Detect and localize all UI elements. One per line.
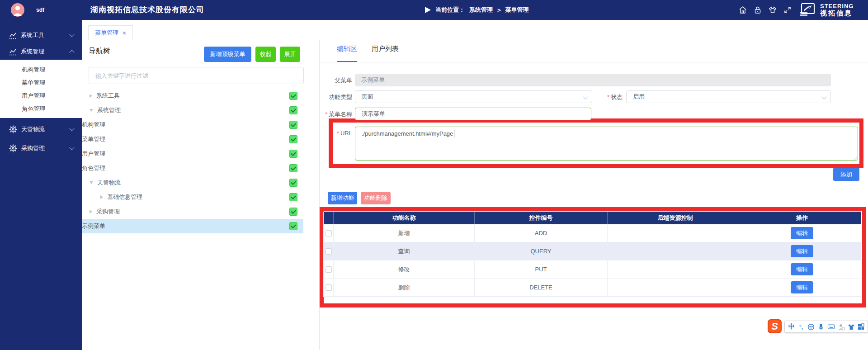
caret-down-icon[interactable] xyxy=(90,181,93,184)
required-asterisk: * xyxy=(607,94,609,100)
caret-down-icon[interactable] xyxy=(90,109,93,112)
account-icon[interactable] xyxy=(838,323,845,331)
skin-shirt-icon[interactable] xyxy=(848,323,855,331)
tree-item[interactable]: 用户管理 xyxy=(82,147,303,161)
caret-right-icon[interactable] xyxy=(90,210,92,213)
edit-button[interactable]: 编辑 xyxy=(791,245,813,257)
tree-item-checkbox[interactable] xyxy=(289,222,297,230)
menu-name-input[interactable] xyxy=(362,111,585,118)
add-function-button[interactable]: 新增功能 xyxy=(328,192,357,204)
sidebar-subitem-menu-mgmt[interactable]: 菜单管理 xyxy=(0,76,82,89)
home-icon[interactable] xyxy=(739,6,747,14)
function-type-select[interactable]: 页面 xyxy=(355,90,592,103)
avatar[interactable] xyxy=(11,3,24,17)
mic-icon[interactable] xyxy=(817,323,825,331)
tree-item-checkbox[interactable] xyxy=(289,164,297,172)
text-cursor xyxy=(454,130,454,137)
cell-resource xyxy=(608,279,743,297)
tree-item-checkbox[interactable] xyxy=(289,193,297,201)
chinese-mode-icon[interactable]: 中 xyxy=(788,323,795,331)
tree-item-selected[interactable]: 示例菜单 xyxy=(82,219,303,233)
tree-item[interactable]: 系统工具 xyxy=(82,89,303,103)
gear-icon xyxy=(9,125,17,133)
tab-user-list[interactable]: 用户列表 xyxy=(372,45,399,62)
breadcrumb-item-system[interactable]: 系统管理 xyxy=(469,6,493,14)
sidebar-item-system-tools[interactable]: 系统工具 xyxy=(0,27,82,43)
row-checkbox[interactable] xyxy=(326,284,332,291)
sidebar-item-procurement-mgmt[interactable]: 采购管理 xyxy=(0,140,82,156)
tree-item-checkbox[interactable] xyxy=(289,150,297,158)
tree-item[interactable]: 基础信息管理 xyxy=(82,190,303,204)
tree-item-checkbox[interactable] xyxy=(289,179,297,187)
punctuation-icon[interactable]: °, xyxy=(797,323,804,331)
tree-item[interactable]: 系统管理 xyxy=(82,103,303,118)
parent-menu-field: 示例菜单 xyxy=(355,74,831,86)
expand-all-button[interactable]: 展开 xyxy=(280,47,300,62)
brand-logo: STEERING 视拓信息 xyxy=(798,3,854,17)
row-checkbox[interactable] xyxy=(326,248,332,255)
tree-item-label: 机构管理 xyxy=(82,121,105,129)
tree-item-label: 基础信息管理 xyxy=(107,193,142,201)
status-select[interactable]: 启用 xyxy=(626,90,831,103)
grid-more-icon[interactable] xyxy=(858,323,864,331)
edit-button[interactable]: 编辑 xyxy=(791,227,813,239)
url-textarea[interactable]: ./purchmanagement.html#/myPage xyxy=(355,127,858,161)
ime-bar: 中 °, xyxy=(784,321,868,333)
breadcrumb-arrow-icon xyxy=(425,7,431,13)
tree-item-checkbox[interactable] xyxy=(289,208,297,216)
menu-name-field[interactable] xyxy=(355,108,591,120)
caret-right-icon[interactable] xyxy=(100,195,103,199)
table-row: 查询 QUERY 编辑 xyxy=(324,242,861,260)
tree-item[interactable]: 采购管理 xyxy=(82,204,303,219)
tree-item[interactable]: 天管物流 xyxy=(82,175,303,190)
tab-menu-mgmt[interactable]: 菜单管理 × xyxy=(88,25,133,40)
tree-filter-input[interactable] xyxy=(89,67,304,84)
keyboard-icon[interactable] xyxy=(827,323,835,331)
top-bar: sdf 湖南视拓信息技术股份有限公司 当前位置： 系统管理 > 菜单管理 xyxy=(0,0,868,20)
lock-icon[interactable] xyxy=(754,6,762,14)
row-checkbox[interactable] xyxy=(326,230,332,236)
tree-item[interactable]: 角色管理 xyxy=(82,161,303,175)
tree-item-checkbox[interactable] xyxy=(289,106,297,114)
collapse-all-button[interactable]: 收起 xyxy=(255,47,276,62)
chevron-down-icon xyxy=(69,145,74,150)
logo-line2: 视拓信息 xyxy=(820,9,854,17)
header-checkbox-cell xyxy=(324,212,334,224)
table-row: 新增 ADD 编辑 xyxy=(324,224,861,242)
tree-item-checkbox[interactable] xyxy=(289,121,297,129)
cell-name: 删除 xyxy=(334,279,475,297)
close-icon[interactable]: × xyxy=(123,29,126,37)
editor-panel: 编辑区 用户列表 父菜单 示例菜单 功能类型 页面 *状态 启用 *菜单名称 *… xyxy=(320,40,868,350)
tree-item-label: 示例菜单 xyxy=(82,222,105,230)
sidebar-subitem-role-mgmt[interactable]: 角色管理 xyxy=(0,102,82,115)
tab-edit-area[interactable]: 编辑区 xyxy=(337,45,357,62)
cell-resource xyxy=(608,260,743,279)
add-top-menu-button[interactable]: 新增顶级菜单 xyxy=(204,47,251,62)
edit-button[interactable]: 编辑 xyxy=(791,281,813,293)
sidebar-item-label: 系统工具 xyxy=(21,31,44,39)
chart-icon xyxy=(9,48,17,56)
theme-shirt-icon[interactable] xyxy=(769,6,777,14)
tree-item[interactable]: 菜单管理 xyxy=(82,132,303,147)
row-checkbox[interactable] xyxy=(326,266,332,273)
tree-item-label: 天管物流 xyxy=(97,179,121,187)
edit-button[interactable]: 编辑 xyxy=(791,263,813,275)
delete-function-button[interactable]: 功能删除 xyxy=(361,192,391,204)
sidebar-subitem-org-mgmt[interactable]: 机构管理 xyxy=(0,63,82,76)
breadcrumb-item-menu[interactable]: 菜单管理 xyxy=(505,6,529,14)
sidebar-item-system-mgmt[interactable]: 系统管理 xyxy=(0,43,82,60)
caret-right-icon[interactable] xyxy=(90,94,92,98)
sidebar-subitem-user-mgmt[interactable]: 用户管理 xyxy=(0,89,82,102)
app-window: sdf 湖南视拓信息技术股份有限公司 当前位置： 系统管理 > 菜单管理 xyxy=(0,0,868,350)
sogou-logo-icon[interactable]: S xyxy=(768,319,782,333)
emoji-icon[interactable] xyxy=(807,323,815,331)
top-icon-group xyxy=(739,0,792,20)
fullscreen-icon[interactable] xyxy=(783,6,792,14)
chevron-down-icon xyxy=(821,94,826,99)
function-type-label: 功能类型 xyxy=(320,93,352,101)
add-button[interactable]: 添加 xyxy=(833,168,859,181)
tree-item[interactable]: 机构管理 xyxy=(82,118,303,132)
tree-item-checkbox[interactable] xyxy=(289,135,297,143)
sidebar-item-tianguan-logistics[interactable]: 天管物流 xyxy=(0,121,82,137)
tree-item-checkbox[interactable] xyxy=(289,92,297,100)
